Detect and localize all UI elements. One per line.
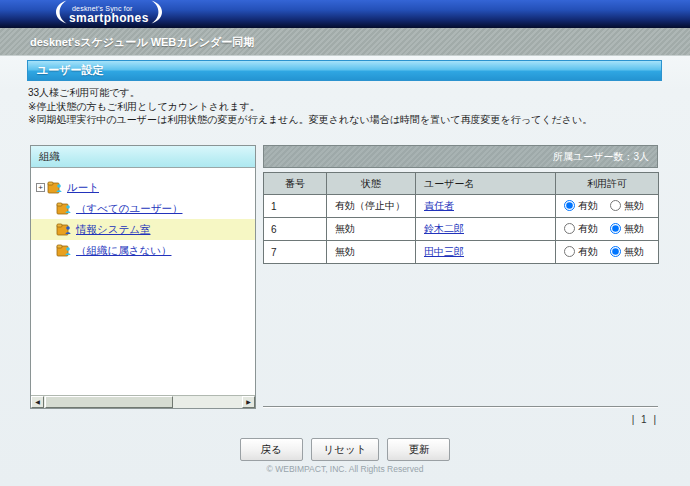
notice-block: 33人様ご利用可能です。 ※停止状態の方もご利用としてカウントされます。 ※同期… bbox=[28, 86, 592, 127]
organization-group-icon bbox=[47, 181, 63, 194]
reset-button[interactable]: リセット bbox=[311, 438, 380, 461]
user-table: 番号 状態 ユーザー名 利用許可 1 有効（停止中） 責任者 有効無効 6 無効… bbox=[263, 172, 659, 264]
user-link[interactable]: 田中三郎 bbox=[424, 246, 464, 257]
cell-permission: 有効無効 bbox=[556, 195, 659, 218]
cell-status: 無効 bbox=[327, 218, 416, 241]
top-brand-bar: desknet's Sync for smartphones bbox=[0, 0, 690, 28]
tree-item-root[interactable]: + ルート bbox=[31, 177, 255, 198]
permission-allow-label: 有効 bbox=[578, 200, 598, 211]
notice-line: ※停止状態の方もご利用としてカウントされます。 bbox=[28, 100, 592, 114]
user-link[interactable]: 鈴木二郎 bbox=[424, 223, 464, 234]
tree-item-info-systems[interactable]: 情報システム室 bbox=[31, 219, 255, 240]
brand-logo: desknet's Sync for smartphones bbox=[55, 1, 163, 27]
col-header-username: ユーザー名 bbox=[416, 173, 556, 195]
table-row: 7 無効 田中三郎 有効無効 bbox=[264, 241, 659, 264]
app-title-bar: desknet'sスケジュール WEBカレンダー同期 bbox=[0, 28, 690, 56]
cell-username: 田中三郎 bbox=[416, 241, 556, 264]
permission-allow-radio[interactable] bbox=[564, 200, 575, 211]
cell-permission: 有効無効 bbox=[556, 218, 659, 241]
scroll-left-arrow-icon[interactable]: ◀ bbox=[31, 396, 44, 408]
user-link[interactable]: 責任者 bbox=[424, 200, 454, 211]
cell-number: 1 bbox=[264, 195, 327, 218]
table-header-row: 番号 状態 ユーザー名 利用許可 bbox=[264, 173, 659, 195]
organization-group-icon bbox=[56, 244, 72, 257]
permission-allow-label: 有効 bbox=[578, 246, 598, 257]
expand-icon[interactable]: + bbox=[36, 183, 45, 192]
organization-tree: + ルート （すべてのユーザー） 情報システム室 bbox=[31, 168, 255, 261]
back-button[interactable]: 戻る bbox=[240, 438, 303, 461]
cell-number: 7 bbox=[264, 241, 327, 264]
notice-line: ※同期処理実行中のユーザーは利用状態の変更が行えません。変更されない場合は時間を… bbox=[28, 113, 592, 127]
col-header-permission: 利用許可 bbox=[556, 173, 659, 195]
tree-link-all-users[interactable]: （すべてのユーザー） bbox=[76, 202, 182, 216]
permission-deny-radio[interactable] bbox=[610, 246, 621, 257]
cell-permission: 有効無効 bbox=[556, 241, 659, 264]
tree-link-root[interactable]: ルート bbox=[67, 181, 99, 195]
permission-allow-label: 有効 bbox=[578, 223, 598, 234]
permission-deny-label: 無効 bbox=[624, 223, 644, 234]
page-indicator: | 1 | bbox=[560, 414, 658, 425]
cell-number: 6 bbox=[264, 218, 327, 241]
screen: desknet's Sync for smartphones desknet's… bbox=[0, 0, 690, 486]
scroll-right-arrow-icon[interactable]: ▶ bbox=[242, 396, 255, 408]
notice-line: 33人様ご利用可能です。 bbox=[28, 86, 592, 100]
col-header-number: 番号 bbox=[264, 173, 327, 195]
department-icon bbox=[56, 223, 72, 236]
cell-username: 鈴木二郎 bbox=[416, 218, 556, 241]
logo-right-bracket-icon bbox=[151, 0, 163, 28]
app-title: desknet'sスケジュール WEBカレンダー同期 bbox=[30, 35, 254, 50]
organization-panel-title: 組織 bbox=[31, 146, 255, 168]
action-button-row: 戻る リセット 更新 bbox=[0, 438, 690, 461]
logo-line2: smartphones bbox=[69, 12, 149, 24]
permission-deny-label: 無効 bbox=[624, 246, 644, 257]
tree-link-no-org[interactable]: （組織に属さない） bbox=[76, 244, 171, 258]
permission-allow-radio[interactable] bbox=[564, 223, 575, 234]
col-header-status: 状態 bbox=[327, 173, 416, 195]
table-row: 1 有効（停止中） 責任者 有効無効 bbox=[264, 195, 659, 218]
organization-group-icon bbox=[56, 202, 72, 215]
cell-status: 無効 bbox=[327, 241, 416, 264]
horizontal-scrollbar[interactable]: ◀ ▶ bbox=[31, 395, 255, 408]
separator-line bbox=[263, 406, 658, 408]
tree-link-info-systems[interactable]: 情報システム室 bbox=[76, 223, 150, 237]
member-count-bar: 所属ユーザー数：3人 bbox=[263, 145, 658, 168]
permission-allow-radio[interactable] bbox=[564, 246, 575, 257]
update-button[interactable]: 更新 bbox=[387, 438, 450, 461]
logo-left-bracket-icon bbox=[55, 0, 67, 28]
cell-username: 責任者 bbox=[416, 195, 556, 218]
permission-deny-radio[interactable] bbox=[610, 200, 621, 211]
scrollbar-thumb[interactable] bbox=[45, 396, 173, 408]
tree-item-no-org[interactable]: （組織に属さない） bbox=[31, 240, 255, 261]
cell-status: 有効（停止中） bbox=[327, 195, 416, 218]
section-title-user-settings: ユーザー設定 bbox=[27, 60, 662, 81]
organization-panel: 組織 + ルート （すべてのユーザー） 情報システム室 bbox=[30, 145, 256, 409]
logo-text: desknet's Sync for smartphones bbox=[69, 5, 149, 24]
permission-deny-label: 無効 bbox=[624, 200, 644, 211]
copyright-text: © WEBIMPACT, INC. All Rights Reserved bbox=[0, 464, 690, 474]
table-row: 6 無効 鈴木二郎 有効無効 bbox=[264, 218, 659, 241]
permission-deny-radio[interactable] bbox=[610, 223, 621, 234]
tree-item-all-users[interactable]: （すべてのユーザー） bbox=[31, 198, 255, 219]
